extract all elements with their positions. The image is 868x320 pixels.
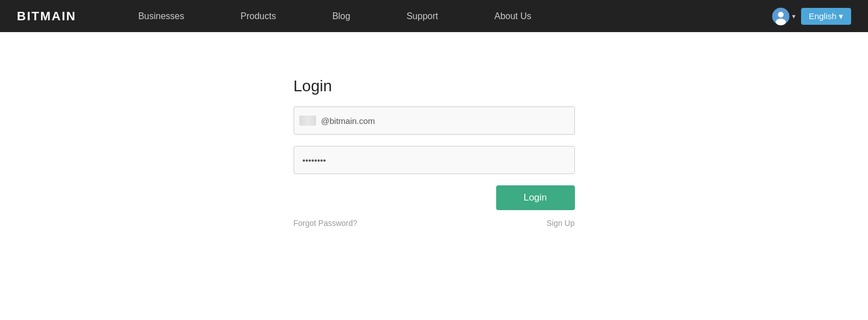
forgot-password-link[interactable]: Forgot Password?	[294, 219, 358, 228]
svg-point-1	[778, 12, 784, 17]
language-button[interactable]: English ▾	[801, 8, 851, 25]
password-input[interactable]	[294, 146, 575, 174]
user-chevron-icon: ▾	[792, 12, 795, 20]
sign-up-link[interactable]: Sign Up	[547, 219, 575, 228]
nav-item-businesses[interactable]: Businesses	[110, 0, 213, 32]
nav-item-products[interactable]: Products	[212, 0, 304, 32]
navbar: BITMAIN Businesses Products Blog Support…	[0, 0, 868, 32]
email-input[interactable]	[294, 106, 575, 135]
login-links: Forgot Password? Sign Up	[294, 219, 575, 228]
main-content: Login Login Forgot Password? Sign Up	[0, 32, 868, 228]
autofill-indicator	[299, 115, 316, 126]
navbar-right: ▾ English ▾	[772, 7, 851, 25]
svg-point-2	[776, 19, 786, 25]
login-title: Login	[294, 77, 575, 95]
nav-item-support[interactable]: Support	[379, 0, 466, 32]
login-container: Login Login Forgot Password? Sign Up	[294, 77, 575, 228]
user-account-button[interactable]: ▾	[772, 7, 795, 25]
brand-logo[interactable]: BITMAIN	[17, 9, 77, 24]
email-field-wrapper	[294, 106, 575, 135]
user-avatar-icon	[772, 7, 790, 25]
nav-links: Businesses Products Blog Support About U…	[110, 0, 772, 32]
login-button[interactable]: Login	[496, 185, 575, 210]
login-actions: Login	[294, 185, 575, 210]
nav-item-blog[interactable]: Blog	[304, 0, 379, 32]
nav-item-about-us[interactable]: About Us	[466, 0, 560, 32]
